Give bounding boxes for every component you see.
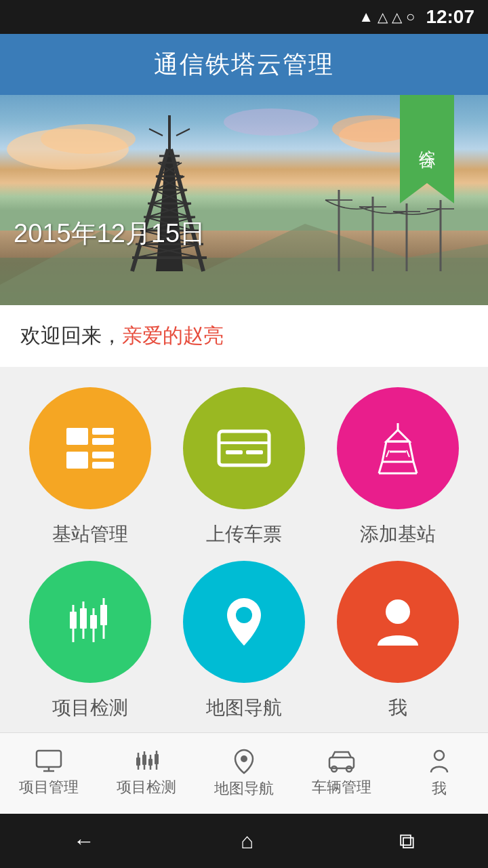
bottom-nav: 项目管理 项目检测 地图导航 车辆管理 [0, 732, 488, 814]
welcome-username: 亲爱的赵亮 [122, 324, 224, 347]
nav-label-me: 我 [432, 778, 447, 799]
label-add-base: 添加基站 [360, 521, 436, 547]
svg-rect-87 [155, 754, 159, 764]
grid-item-base-mgmt[interactable]: 基站管理 [16, 387, 165, 547]
nav-vehicle-mgmt[interactable]: 车辆管理 [293, 749, 390, 797]
nav-me[interactable]: 我 [390, 749, 488, 799]
app-header: 通信铁塔云管理 [0, 34, 488, 95]
car-icon [327, 749, 357, 773]
signal-icon1: △ [378, 9, 388, 25]
svg-rect-72 [90, 615, 97, 629]
circle-project-detect [29, 561, 151, 683]
system-nav: ← ⌂ ⧉ [0, 814, 488, 868]
svg-line-59 [409, 441, 413, 462]
svg-line-58 [382, 441, 386, 462]
label-base-mgmt: 基站管理 [52, 521, 128, 547]
svg-point-44 [224, 108, 319, 136]
grid-item-add-base[interactable]: 添加基站 [323, 387, 472, 547]
svg-marker-56 [386, 430, 409, 441]
svg-rect-83 [142, 755, 146, 765]
circle-map-nav [183, 561, 305, 683]
welcome-prefix: 欢迎回来， [20, 324, 122, 347]
label-map-nav: 地图导航 [206, 695, 282, 721]
svg-line-39 [176, 129, 190, 136]
nav-label-vehicle-mgmt: 车辆管理 [312, 777, 371, 797]
person-icon [429, 749, 449, 774]
svg-rect-81 [136, 757, 140, 766]
home-button[interactable]: ⌂ [241, 829, 253, 854]
hero-banner: 2015年12月15日 综合 [0, 95, 488, 305]
svg-rect-70 [80, 608, 87, 629]
feature-grid: 基站管理 上传车票 [0, 367, 488, 755]
nav-project-detect[interactable]: 项目检测 [98, 749, 195, 797]
svg-rect-53 [226, 450, 243, 454]
svg-line-62 [407, 450, 409, 457]
grid-item-upload-ticket[interactable]: 上传车票 [169, 387, 319, 547]
svg-point-75 [236, 607, 252, 623]
welcome-section: 欢迎回来，亲爱的赵亮 [0, 305, 488, 367]
ribbon-text: 综合 [416, 136, 438, 142]
circle-upload-ticket [183, 387, 305, 509]
location-icon [234, 749, 254, 774]
svg-line-61 [386, 450, 389, 457]
monitor-icon [35, 749, 62, 773]
svg-rect-74 [100, 605, 107, 625]
nav-label-map-nav: 地图导航 [214, 778, 274, 799]
status-bar: ▲ △ △ ○ 12:07 [0, 0, 488, 34]
grid-item-map-nav[interactable]: 地图导航 [169, 561, 319, 721]
label-upload-ticket: 上传车票 [206, 521, 282, 547]
svg-point-88 [241, 755, 247, 762]
svg-rect-49 [92, 452, 114, 458]
nav-label-project-mgmt: 项目管理 [19, 777, 79, 797]
nav-label-project-detect: 项目检测 [117, 777, 176, 797]
nav-map-nav[interactable]: 地图导航 [195, 749, 293, 799]
circle-base-mgmt [29, 387, 151, 509]
hero-date: 2015年12月15日 [14, 216, 205, 251]
svg-point-76 [386, 599, 410, 624]
signal-icon2: △ [392, 9, 402, 25]
status-time: 12:07 [426, 6, 474, 28]
svg-point-92 [434, 751, 444, 760]
back-button[interactable]: ← [73, 829, 95, 854]
circle-add-base [337, 387, 459, 509]
nav-project-mgmt[interactable]: 项目管理 [0, 749, 98, 797]
bars-icon [133, 749, 160, 773]
svg-rect-77 [37, 751, 61, 767]
svg-line-65 [413, 462, 417, 473]
svg-rect-47 [92, 438, 114, 445]
svg-line-38 [149, 129, 163, 136]
battery-icon: ○ [406, 8, 415, 26]
status-icons: ▲ △ △ ○ [359, 8, 415, 26]
svg-rect-51 [219, 431, 269, 465]
svg-rect-46 [92, 428, 114, 435]
svg-rect-50 [92, 462, 114, 469]
hero-ribbon[interactable]: 综合 [400, 95, 454, 183]
label-profile: 我 [388, 695, 407, 721]
app-title: 通信铁塔云管理 [154, 48, 334, 81]
grid-item-profile[interactable]: 我 [323, 561, 472, 721]
grid-item-project-detect[interactable]: 项目检测 [16, 561, 165, 721]
wifi-icon: ▲ [359, 8, 373, 26]
svg-rect-48 [66, 452, 88, 469]
circle-profile [337, 561, 459, 683]
svg-point-43 [41, 124, 136, 154]
svg-rect-45 [66, 428, 88, 445]
recent-button[interactable]: ⧉ [399, 829, 415, 854]
svg-line-64 [379, 462, 382, 473]
label-project-detect: 项目检测 [52, 695, 128, 721]
svg-rect-68 [70, 612, 77, 629]
svg-rect-85 [148, 759, 152, 766]
svg-rect-54 [246, 450, 263, 454]
